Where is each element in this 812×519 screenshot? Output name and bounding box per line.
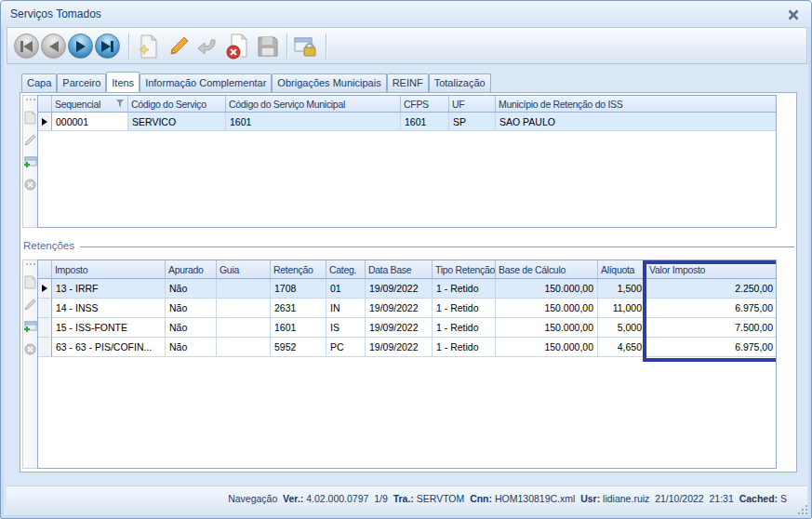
cell[interactable]: 13 - IRRF: [52, 279, 166, 299]
close-icon[interactable]: [787, 8, 800, 21]
column-header-sequencial[interactable]: Sequencial: [52, 96, 128, 113]
column-header-reten-o[interactable]: Retenção: [271, 260, 326, 279]
cell[interactable]: 1 - Retido: [433, 338, 496, 357]
column-header-al-quota[interactable]: Alíquota: [598, 260, 646, 279]
grid-add-row-button[interactable]: [23, 153, 37, 170]
nav-previous-button[interactable]: [41, 33, 66, 59]
main-toolbar: [7, 27, 807, 64]
cell[interactable]: SERVICO: [128, 113, 226, 131]
cell[interactable]: 19/09/2022: [366, 318, 433, 338]
cell[interactable]: SP: [449, 113, 496, 131]
edit-button[interactable]: [165, 33, 193, 60]
tab-reinf[interactable]: REINF: [387, 73, 429, 92]
tab-totaliza-o[interactable]: Totalização: [429, 73, 491, 92]
toolbar-grip[interactable]: [23, 96, 37, 103]
column-header-tipo-reten-o[interactable]: Tipo Retenção: [433, 260, 496, 279]
nav-first-button[interactable]: [14, 33, 39, 59]
cell[interactable]: Não: [166, 299, 217, 318]
cell[interactable]: 2.250,00: [646, 279, 777, 299]
column-header-valor-imposto[interactable]: Valor Imposto: [646, 260, 777, 279]
cell[interactable]: 01: [326, 279, 366, 299]
cell[interactable]: 63 - 63 - PIS/COFIN...: [52, 338, 166, 357]
cell[interactable]: 1601: [226, 113, 401, 131]
tab-informa-o-complementar[interactable]: Informação Complementar: [140, 73, 272, 92]
cell[interactable]: 150.000,00: [496, 299, 598, 318]
cell[interactable]: 5,000: [598, 318, 646, 338]
cell[interactable]: 1 - Retido: [433, 318, 496, 338]
cell[interactable]: 1601: [271, 318, 326, 338]
save-button[interactable]: [254, 33, 282, 60]
row-indicator-cell: [38, 318, 52, 338]
cell[interactable]: 1 - Retido: [433, 279, 496, 299]
cell[interactable]: 7.500,00: [646, 318, 777, 338]
nav-last-button[interactable]: [95, 33, 120, 59]
cell[interactable]: [217, 338, 271, 357]
grid-edit-button[interactable]: [23, 131, 37, 148]
cell[interactable]: 5952: [271, 338, 326, 357]
cell[interactable]: 15 - ISS-FONTE: [52, 318, 166, 338]
cell[interactable]: 1601: [401, 113, 449, 131]
cell[interactable]: 000001: [52, 113, 128, 131]
grid-delete-button[interactable]: [23, 340, 37, 357]
grid-delete-button[interactable]: [23, 176, 37, 193]
grid-row[interactable]: 63 - 63 - PIS/COFIN...Não5952PC19/09/202…: [38, 338, 776, 357]
column-header-apurado[interactable]: Apurado: [166, 260, 217, 279]
tab-capa[interactable]: Capa: [21, 73, 57, 92]
column-header-munic-pio-de-reten-o-do-iss[interactable]: Município de Retenção do ISS: [496, 96, 777, 113]
column-header-c-digo-do-servi-o[interactable]: Código do Serviço: [128, 96, 226, 113]
cell[interactable]: 19/09/2022: [366, 299, 433, 318]
new-button[interactable]: [135, 33, 163, 60]
cell[interactable]: PC: [326, 338, 366, 357]
grid-add-row-button[interactable]: [23, 318, 37, 335]
cell[interactable]: SAO PAULO: [496, 113, 777, 131]
lock-button[interactable]: [292, 33, 320, 60]
column-header-guia[interactable]: Guia: [217, 260, 271, 279]
toolbar-grip[interactable]: [23, 260, 37, 268]
cell[interactable]: 19/09/2022: [366, 338, 433, 357]
cell[interactable]: 1,500: [598, 279, 646, 299]
cell[interactable]: [217, 279, 271, 299]
column-header-categ-[interactable]: Categ.: [326, 260, 366, 279]
cell[interactable]: 11,000: [598, 299, 646, 318]
undo-button[interactable]: [194, 33, 222, 60]
window-lock-icon: [293, 34, 319, 59]
cell[interactable]: 19/09/2022: [366, 279, 433, 299]
grid-row[interactable]: 13 - IRRFNão17080119/09/20221 - Retido15…: [38, 279, 776, 299]
grid-row[interactable]: 15 - ISS-FONTENão1601IS19/09/20221 - Ret…: [38, 318, 776, 338]
nav-next-button[interactable]: [68, 33, 93, 59]
column-header-c-digo-do-servi-o-municipal[interactable]: Código do Serviço Municipal: [226, 96, 401, 113]
column-header-cfps[interactable]: CFPS: [401, 96, 449, 113]
toolbar-separator: [286, 33, 287, 59]
cell[interactable]: 1708: [271, 279, 326, 299]
column-header-imposto[interactable]: Imposto: [52, 260, 166, 279]
grid-edit-button[interactable]: [23, 296, 37, 313]
cell[interactable]: 150.000,00: [496, 338, 598, 357]
cell[interactable]: [217, 299, 271, 318]
cell[interactable]: Não: [166, 318, 217, 338]
cell[interactable]: [217, 318, 271, 338]
cell[interactable]: 150.000,00: [496, 318, 598, 338]
grid-row[interactable]: 000001SERVICO16011601SPSAO PAULO: [38, 113, 776, 131]
grid-new-button[interactable]: [23, 109, 37, 126]
column-header-data-base[interactable]: Data Base: [366, 260, 433, 279]
column-header-base-de-c-lculo[interactable]: Base de Cálculo: [496, 260, 598, 279]
tab-itens[interactable]: Itens: [106, 72, 140, 92]
cell[interactable]: 6.975,00: [646, 299, 777, 318]
cell[interactable]: 1 - Retido: [433, 299, 496, 318]
cell[interactable]: 150.000,00: [496, 279, 598, 299]
cell[interactable]: 14 - INSS: [52, 299, 166, 318]
delete-button[interactable]: [224, 33, 252, 60]
cell[interactable]: IN: [326, 299, 366, 318]
cell[interactable]: 2631: [271, 299, 326, 318]
cell[interactable]: 6.975,00: [646, 338, 777, 357]
tab-parceiro[interactable]: Parceiro: [57, 73, 106, 92]
cell[interactable]: IS: [326, 318, 366, 338]
cell[interactable]: 4,650: [598, 338, 646, 357]
cell[interactable]: Não: [166, 338, 217, 357]
resize-grip[interactable]: [796, 503, 807, 514]
column-header-uf[interactable]: UF: [449, 96, 496, 113]
tab-obriga-es-municipais[interactable]: Obrigações Municipais: [272, 73, 386, 92]
grid-new-button[interactable]: [23, 273, 37, 290]
grid-row[interactable]: 14 - INSSNão2631IN19/09/20221 - Retido15…: [38, 299, 776, 318]
cell[interactable]: Não: [166, 279, 217, 299]
